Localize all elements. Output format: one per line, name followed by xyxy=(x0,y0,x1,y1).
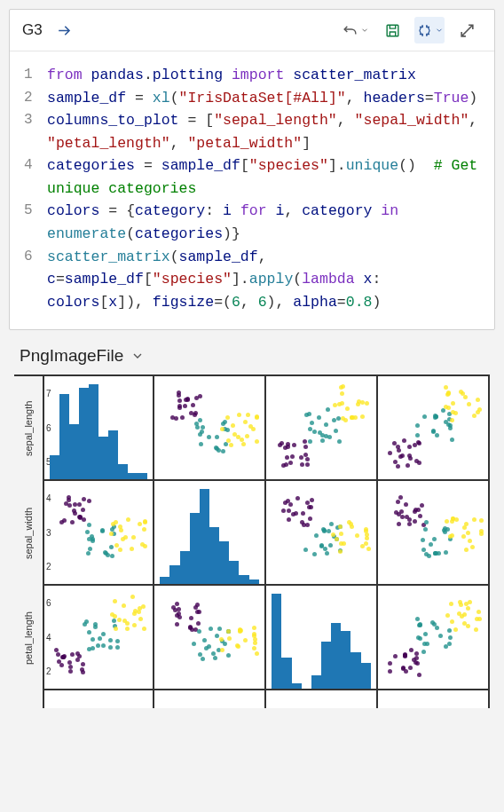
output-mode-button[interactable] xyxy=(414,17,445,43)
y-axis-label: sepal_width xyxy=(14,481,43,586)
matrix-cell xyxy=(266,376,378,481)
matrix-cell: 432 xyxy=(43,481,154,586)
output-title-text: PngImageFile xyxy=(20,346,123,366)
line-number: 6 xyxy=(24,246,47,268)
code-line: 1from pandas.plotting import scatter_mat… xyxy=(24,64,480,87)
matrix-cell: 642 xyxy=(43,586,154,690)
code-line: 2sample_df = xl("IrisDataSet[#All]", hea… xyxy=(24,87,480,110)
editor-header: G3 xyxy=(10,10,494,51)
matrix-cell xyxy=(378,376,490,481)
expand-button[interactable] xyxy=(452,17,482,43)
cell-reference: G3 xyxy=(22,21,43,39)
matrix-cell xyxy=(154,376,266,481)
code-content[interactable]: colors = {category: i for i, category in… xyxy=(47,200,480,245)
code-line: 3columns_to_plot = ["sepal_length", "sep… xyxy=(24,109,480,154)
scatter-matrix-chart: sepal_length765sepal_width432petal_lengt… xyxy=(9,374,495,708)
line-number: 5 xyxy=(24,200,47,222)
output-section: PngImageFile sepal_length765sepal_width4… xyxy=(9,339,495,708)
line-number: 3 xyxy=(24,109,47,131)
code-content[interactable]: sample_df = xl("IrisDataSet[#All]", head… xyxy=(47,87,480,110)
python-editor-panel: G3 xyxy=(9,9,495,330)
code-content[interactable]: from pandas.plotting import scatter_matr… xyxy=(47,64,480,87)
matrix-cell xyxy=(266,586,378,690)
matrix-cell xyxy=(266,690,378,708)
go-button[interactable] xyxy=(50,17,80,43)
output-type-label[interactable]: PngImageFile xyxy=(9,339,495,374)
line-number: 4 xyxy=(24,154,47,177)
matrix-cell xyxy=(378,690,490,708)
code-content[interactable]: columns_to_plot = ["sepal_length", "sepa… xyxy=(47,109,480,154)
matrix-cell xyxy=(378,481,490,586)
code-line: 5colors = {category: i for i, category i… xyxy=(24,200,480,245)
matrix-cell xyxy=(154,690,266,708)
chevron-down-icon xyxy=(130,349,145,363)
y-axis-label xyxy=(14,690,43,708)
line-number: 2 xyxy=(24,87,47,109)
line-number: 1 xyxy=(24,64,47,86)
svg-rect-0 xyxy=(387,25,398,36)
matrix-cell: 765 xyxy=(43,376,154,481)
matrix-cell xyxy=(43,690,154,708)
y-axis-label: sepal_length xyxy=(14,376,43,481)
code-content[interactable]: scatter_matrix(sample_df, c=sample_df["s… xyxy=(47,246,480,314)
matrix-cell xyxy=(154,586,266,690)
y-axis-label: petal_length xyxy=(14,586,43,690)
code-editor[interactable]: 1from pandas.plotting import scatter_mat… xyxy=(10,51,494,329)
undo-button[interactable] xyxy=(340,17,370,43)
matrix-cell xyxy=(154,481,266,586)
code-line: 4categories = sample_df["species"].uniqu… xyxy=(24,154,480,200)
code-content[interactable]: categories = sample_df["species"].unique… xyxy=(47,154,480,200)
matrix-cell xyxy=(266,481,378,586)
matrix-cell xyxy=(378,586,490,690)
save-button[interactable] xyxy=(377,17,407,43)
code-line: 6scatter_matrix(sample_df, c=sample_df["… xyxy=(24,246,480,314)
